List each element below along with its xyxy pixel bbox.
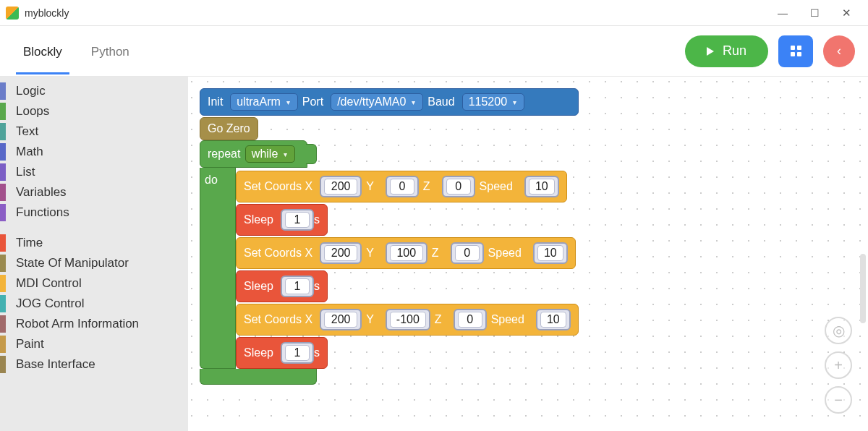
repeat-label: repeat (208, 148, 240, 160)
grid-button[interactable] (778, 35, 813, 67)
scrollbar[interactable] (860, 254, 866, 323)
speed-input[interactable]: 10 (524, 176, 559, 197)
sleep-input[interactable]: 1 (281, 209, 314, 231)
app-icon (6, 7, 19, 20)
category-time[interactable]: Time (0, 233, 188, 253)
zoom-out-button[interactable]: − (825, 386, 852, 414)
set-coords-block[interactable]: Set Coords X 200 Y 0 Z 0 Speed 10 (236, 171, 567, 202)
tab-blockly[interactable]: Blockly (19, 29, 67, 74)
init-block[interactable]: Init ultraArm Port /dev/ttyAMA0 Baud 115… (200, 88, 579, 116)
target-icon: ◎ (833, 322, 845, 339)
sleep-block[interactable]: Sleep 1 s (236, 204, 328, 236)
go-zero-label: Go Zero (208, 122, 250, 135)
category-variables[interactable]: Variables (0, 182, 188, 202)
set-coords-block[interactable]: Set Coords X 200 Y 100 Z 0 Speed 10 (236, 237, 576, 269)
sleep-block[interactable]: Sleep 1 s (236, 337, 328, 369)
category-logic[interactable]: Logic (0, 81, 188, 101)
device-dropdown[interactable]: ultraArm (230, 93, 297, 111)
grid-icon (791, 46, 801, 56)
coord-y-input[interactable]: 100 (386, 242, 427, 264)
workspace-controls: ◎ + − (825, 317, 852, 414)
play-icon (707, 47, 714, 56)
category-paint[interactable]: Paint (0, 334, 188, 354)
coord-y-input[interactable]: 0 (386, 176, 419, 197)
plus-icon: + (834, 357, 843, 374)
workspace-canvas[interactable]: Init ultraArm Port /dev/ttyAMA0 Baud 115… (188, 77, 868, 431)
category-functions[interactable]: Functions (0, 202, 188, 223)
category-base-interface[interactable]: Base Interface (0, 354, 188, 375)
set-coords-block[interactable]: Set Coords X 200 Y -100 Z 0 Speed 10 (236, 304, 579, 336)
repeat-mode-dropdown[interactable]: while (245, 145, 295, 163)
coord-y-input[interactable]: -100 (386, 309, 430, 330)
coord-x-input[interactable]: 200 (320, 242, 362, 264)
port-dropdown[interactable]: /dev/ttyAMA0 (331, 93, 423, 111)
category-math[interactable]: Math (0, 142, 188, 162)
category-loops[interactable]: Loops (0, 101, 188, 121)
speed-input[interactable]: 10 (533, 242, 568, 264)
coord-x-input[interactable]: 200 (320, 176, 362, 197)
baud-label: Baud (427, 95, 454, 108)
view-tabs: Blockly Python (19, 29, 134, 74)
category-jog-control[interactable]: JOG Control (0, 294, 188, 314)
center-button[interactable]: ◎ (825, 317, 852, 344)
title-bar: myblockly — ☐ ✕ (0, 0, 868, 26)
init-label: Init (208, 95, 223, 108)
repeat-body: do Set Coords X 200 Y 0 Z 0 Speed 10 (200, 168, 579, 369)
run-label: Run (723, 43, 746, 59)
port-label: Port (302, 95, 323, 108)
sleep-input[interactable]: 1 (281, 276, 314, 297)
category-state-manipulator[interactable]: State Of Manipulator (0, 253, 188, 273)
category-text[interactable]: Text (0, 121, 188, 142)
toolbox-sidebar: Logic Loops Text Math List Variables Fun… (0, 77, 188, 431)
repeat-block[interactable]: repeat while (200, 140, 307, 168)
coord-z-input[interactable]: 0 (451, 242, 484, 264)
block-stack: Init ultraArm Port /dev/ttyAMA0 Baud 115… (200, 87, 579, 385)
repeat-foot (200, 369, 317, 385)
minimize-button[interactable]: — (767, 3, 799, 23)
main-area: Logic Loops Text Math List Variables Fun… (0, 77, 868, 431)
category-list[interactable]: List (0, 162, 188, 182)
run-button[interactable]: Run (685, 35, 768, 67)
window-title: myblockly (25, 7, 69, 19)
chevron-left-icon: ‹ (837, 43, 841, 59)
go-zero-block[interactable]: Go Zero (200, 117, 258, 140)
category-robot-arm-info[interactable]: Robot Arm Information (0, 314, 188, 334)
coord-z-input[interactable]: 0 (442, 176, 475, 197)
repeat-spine: do (200, 168, 236, 369)
close-button[interactable]: ✕ (830, 3, 862, 23)
baud-dropdown[interactable]: 115200 (462, 93, 524, 111)
toolbar: Blockly Python Run ‹ (0, 26, 868, 77)
collapse-button[interactable]: ‹ (823, 35, 855, 67)
sleep-block[interactable]: Sleep 1 s (236, 270, 328, 302)
do-label: do (205, 174, 218, 186)
category-mdi-control[interactable]: MDI Control (0, 273, 188, 294)
minus-icon: − (834, 392, 843, 409)
coord-z-input[interactable]: 0 (454, 309, 487, 330)
tab-python[interactable]: Python (87, 29, 134, 74)
speed-input[interactable]: 10 (536, 309, 571, 330)
sleep-input[interactable]: 1 (281, 342, 314, 364)
zoom-in-button[interactable]: + (825, 351, 852, 379)
coord-x-input[interactable]: 200 (320, 309, 362, 330)
maximize-button[interactable]: ☐ (799, 3, 830, 23)
